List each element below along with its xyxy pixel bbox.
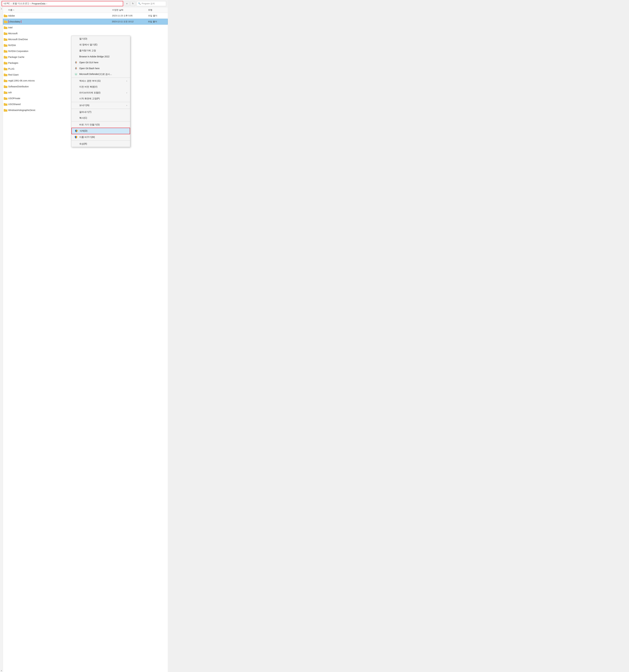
context-menu-item-rename[interactable]: 이름 바꾸기(M) bbox=[71, 134, 130, 140]
col-type-header[interactable]: 유형 bbox=[148, 8, 168, 11]
col-name-header[interactable]: 이름 ∧ bbox=[3, 8, 112, 11]
scroll-down-arrow[interactable]: ∨ bbox=[0, 669, 3, 672]
svg-marker-7 bbox=[75, 67, 76, 68]
ctx-icon-open-new-window bbox=[74, 43, 78, 46]
table-row[interactable]: chocolatey2023-12-11 오전 10:12파일 폴더 bbox=[3, 19, 168, 25]
ctx-label-access: 액세스 권한 부여 (G) bbox=[79, 79, 101, 82]
file-name: Intel bbox=[8, 26, 112, 29]
sep2: › bbox=[30, 2, 31, 5]
ctx-icon-send-to bbox=[74, 104, 78, 107]
context-menu-item-browse-adobe[interactable]: Browse in Adobe Bridge 2022 bbox=[71, 54, 130, 59]
ctx-icon-open bbox=[74, 37, 78, 41]
ctx-label-defender: Microsoft Defender(으)로 검사... bbox=[79, 73, 112, 76]
ctx-arrow-icon: › bbox=[126, 92, 127, 94]
address-bar: 내 PC › 로컬 디스크 (C:) › ProgramData › ∨ ↻ 🔍… bbox=[0, 0, 168, 7]
folder-icon bbox=[3, 62, 8, 65]
context-menu-item-include-library[interactable]: 라이브러리에 포함(I)› bbox=[71, 90, 130, 96]
context-menu-item-restore[interactable]: 이전 버전 복원(V) bbox=[71, 84, 130, 90]
context-menu[interactable]: 열기(O)새 창에서 열기(E)즐겨찾기에 고정Browse in Adobe … bbox=[71, 36, 130, 147]
ctx-label-open: 열기(O) bbox=[79, 38, 87, 40]
ctx-separator bbox=[71, 109, 130, 109]
folder-icon bbox=[3, 14, 8, 17]
folder-icon bbox=[3, 32, 8, 35]
folder-icon bbox=[3, 103, 8, 106]
ctx-label-restore: 이전 버전 복원(V) bbox=[79, 86, 97, 88]
ctx-icon-include-library bbox=[74, 91, 78, 94]
folder-icon bbox=[3, 67, 8, 70]
context-menu-item-defender[interactable]: + Microsoft Defender(으)로 검사... bbox=[71, 71, 130, 77]
address-path[interactable]: 내 PC › 로컬 디스크 (C:) › ProgramData › bbox=[2, 1, 123, 6]
scroll-gutter[interactable]: ∧ ∨ bbox=[0, 7, 3, 672]
table-row[interactable]: Microsoft bbox=[3, 30, 168, 37]
svg-marker-6 bbox=[76, 67, 77, 68]
column-headers: 이름 ∧ 수정한 날짜 유형 bbox=[3, 7, 168, 13]
context-menu-item-send-to[interactable]: 보내기(N)› bbox=[71, 102, 130, 109]
ctx-label-include-library: 라이브러리에 포함(I) bbox=[79, 91, 100, 94]
search-box[interactable]: 🔍 Program 검색 bbox=[136, 1, 166, 6]
context-menu-item-open-new-window[interactable]: 새 창에서 열기(E) bbox=[71, 42, 130, 48]
context-menu-item-delete[interactable]: 삭제(D) bbox=[71, 128, 130, 134]
folder-icon bbox=[3, 38, 8, 41]
ctx-icon-properties bbox=[74, 142, 78, 146]
sep1: › bbox=[11, 2, 11, 5]
svg-marker-9 bbox=[76, 68, 77, 70]
context-menu-item-git-bash[interactable]: Open Git Bash here bbox=[71, 65, 130, 71]
sep3: › bbox=[46, 2, 47, 5]
ctx-arrow-icon: › bbox=[126, 104, 127, 106]
ctx-label-git-gui: Open Git GUI here bbox=[79, 61, 98, 64]
context-menu-item-pin-quick[interactable]: 즐겨찾기에 고정 bbox=[71, 48, 130, 54]
context-menu-item-cut[interactable]: 잘라내기(T) bbox=[71, 109, 130, 115]
ctx-icon-delete bbox=[75, 129, 78, 133]
ctx-icon-defender: + bbox=[74, 73, 78, 76]
folder-icon bbox=[3, 55, 8, 58]
ctx-label-pin-quick: 즐겨찾기에 고정 bbox=[79, 49, 96, 52]
svg-marker-1 bbox=[76, 61, 77, 63]
ctx-icon-browse-adobe bbox=[74, 55, 78, 58]
folder-icon bbox=[3, 97, 8, 100]
context-menu-item-pin-start[interactable]: 시작 화면에 고정(P) bbox=[71, 96, 130, 102]
search-placeholder: Program 검색 bbox=[142, 2, 155, 5]
ctx-label-send-to: 보내기(N) bbox=[79, 104, 89, 107]
ctx-separator bbox=[71, 77, 130, 78]
ctx-label-pin-start: 시작 화면에 고정(P) bbox=[79, 97, 100, 100]
context-menu-item-access[interactable]: 액세스 권한 부여 (G)› bbox=[71, 78, 130, 84]
ctx-label-copy: 복사(C) bbox=[79, 117, 87, 119]
ctx-icon-access bbox=[74, 79, 78, 82]
context-menu-item-copy[interactable]: 복사(C) bbox=[71, 115, 130, 121]
folder-icon bbox=[3, 79, 8, 82]
dropdown-btn[interactable]: ∨ bbox=[125, 1, 129, 6]
ctx-icon-pin-quick bbox=[74, 49, 78, 52]
file-date: 2023-11-23 오후 5:05 bbox=[112, 14, 148, 17]
address-controls: ∨ ↻ bbox=[125, 1, 135, 6]
context-menu-item-git-gui[interactable]: Open Git GUI here bbox=[71, 59, 130, 65]
ctx-label-cut: 잘라내기(T) bbox=[79, 111, 92, 114]
svg-marker-4 bbox=[76, 63, 77, 64]
ctx-icon-cut bbox=[74, 111, 78, 114]
context-menu-item-shortcut[interactable]: 바로 가기 만들기(S) bbox=[71, 122, 130, 128]
refresh-btn[interactable]: ↻ bbox=[130, 1, 135, 6]
ctx-arrow-icon: › bbox=[126, 80, 127, 82]
folder-icon bbox=[3, 91, 8, 94]
table-row[interactable]: Intel bbox=[3, 25, 168, 30]
ctx-label-rename: 이름 바꾸기(M) bbox=[79, 136, 95, 139]
folder-icon bbox=[3, 50, 8, 53]
ctx-icon-shortcut bbox=[74, 123, 78, 126]
context-menu-item-properties[interactable]: 속성(R) bbox=[71, 141, 130, 147]
ctx-label-git-bash: Open Git Bash here bbox=[79, 67, 100, 70]
ctx-icon-copy bbox=[74, 116, 78, 120]
ctx-icon-git-gui bbox=[74, 61, 78, 64]
ctx-label-open-new-window: 새 창에서 열기(E) bbox=[79, 43, 97, 46]
svg-text:+: + bbox=[76, 73, 76, 75]
scroll-up-arrow[interactable]: ∧ bbox=[0, 7, 3, 10]
col-date-header[interactable]: 수정한 날짜 bbox=[112, 8, 148, 11]
search-icon: 🔍 bbox=[138, 2, 141, 5]
svg-marker-2 bbox=[75, 61, 76, 63]
table-row[interactable]: Adobe2023-11-23 오후 5:05파일 폴더 bbox=[3, 13, 168, 19]
file-date: 2023-12-11 오전 10:12 bbox=[112, 20, 148, 23]
path-programdata: ProgramData bbox=[32, 2, 45, 5]
file-type: 파일 폴더 bbox=[148, 14, 168, 17]
folder-icon bbox=[3, 44, 8, 47]
ctx-icon-restore bbox=[74, 85, 78, 89]
folder-icon bbox=[3, 109, 8, 112]
context-menu-item-open[interactable]: 열기(O) bbox=[71, 36, 130, 42]
